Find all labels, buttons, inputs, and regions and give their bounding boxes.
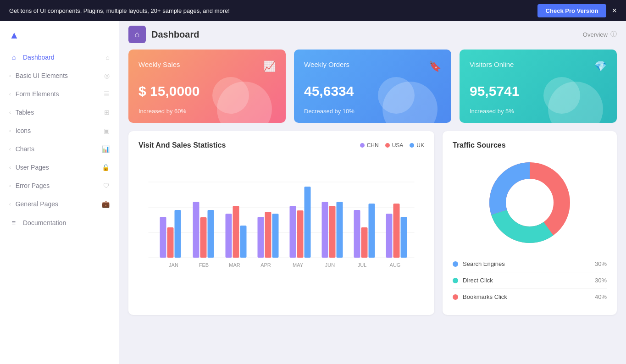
- sidebar-label-dashboard: Dashboard: [23, 54, 55, 61]
- svg-rect-17: [265, 212, 271, 258]
- sidebar-label-charts: Charts: [16, 145, 34, 153]
- docs-icon: ≡: [9, 219, 18, 226]
- legend-uk: UK: [410, 142, 424, 149]
- svg-rect-32: [386, 214, 393, 258]
- sidebar-label-user-pages: User Pages: [16, 164, 49, 171]
- sidebar-label-tables: Tables: [16, 109, 34, 116]
- svg-text:JUL: JUL: [358, 262, 367, 268]
- direct-click-label: Direct Click: [463, 277, 493, 284]
- svg-rect-16: [258, 217, 264, 258]
- bar-chart-header: Visit And Sales Statistics CHN USA UK: [138, 141, 424, 149]
- sidebar-item-basic-ui[interactable]: ‹ Basic UI Elements ◎: [0, 66, 119, 85]
- sidebar-label-icons: Icons: [16, 127, 31, 134]
- weekly-sales-label: Weekly Sales: [138, 61, 180, 68]
- legend-usa: USA: [385, 142, 404, 149]
- svg-text:FEB: FEB: [199, 262, 209, 268]
- svg-rect-18: [272, 214, 279, 258]
- general-pages-icon: 💼: [102, 200, 110, 208]
- top-banner: Get tons of UI components, Plugins, mult…: [0, 0, 626, 21]
- svg-rect-29: [361, 227, 368, 258]
- svg-text:AUG: AUG: [390, 262, 401, 268]
- info-icon: ⓘ: [610, 30, 617, 39]
- content-area: ⌂ Dashboard Overview ⓘ Weekly Sales 📈 $ …: [119, 21, 626, 364]
- svg-rect-33: [393, 204, 400, 258]
- svg-rect-10: [208, 210, 214, 258]
- stat-card-weekly-orders: Weekly Orders 🔖 45,6334 Decreased by 10%: [294, 50, 451, 123]
- svg-text:MAY: MAY: [293, 262, 304, 268]
- weekly-sales-change: Increased by 60%: [138, 108, 276, 115]
- dot-bookmarks-click: [453, 294, 458, 300]
- content-header-left: ⌂ Dashboard: [128, 26, 199, 43]
- svg-rect-9: [200, 217, 207, 258]
- svg-rect-25: [329, 206, 336, 258]
- bar-chart-card: Visit And Sales Statistics CHN USA UK: [128, 131, 434, 315]
- svg-rect-30: [369, 204, 375, 258]
- legend-label-uk: UK: [416, 142, 424, 149]
- header-right: Overview ⓘ: [583, 30, 617, 39]
- svg-rect-20: [290, 206, 296, 258]
- sidebar-item-charts[interactable]: ‹ Charts 📊: [0, 140, 119, 158]
- donut-chart-svg: [484, 157, 576, 248]
- chevron-icon: ‹: [9, 183, 11, 188]
- legend-dot-chn: [360, 143, 365, 148]
- main-layout: ▲ ⌂ Dashboard ⌂ ‹ Basic UI Elements ◎ ‹ …: [0, 21, 626, 364]
- bar-chart-legend: CHN USA UK: [360, 142, 424, 149]
- legend-label-chn: CHN: [367, 142, 379, 149]
- sidebar-item-error-pages[interactable]: ‹ Error Pages 🛡: [0, 176, 119, 195]
- dashboard-icon-box: ⌂: [128, 26, 146, 43]
- sidebar-item-form-elements[interactable]: ‹ Form Elements ☰: [0, 85, 119, 103]
- sidebar-label-documentation: Documentation: [23, 219, 66, 226]
- chevron-icon: ‹: [9, 91, 11, 97]
- traffic-item-search-engines: Search Engines 30%: [453, 256, 607, 272]
- svg-text:JUN: JUN: [325, 262, 335, 268]
- svg-rect-6: [175, 210, 181, 258]
- svg-text:APR: APR: [260, 262, 271, 268]
- overview-label: Overview: [583, 31, 608, 38]
- svg-rect-28: [354, 210, 360, 258]
- bookmarks-click-pct: 40%: [595, 293, 607, 300]
- bookmarks-click-label: Bookmarks Click: [463, 293, 507, 300]
- direct-click-pct: 30%: [595, 277, 607, 284]
- banner-close-button[interactable]: ×: [612, 6, 617, 16]
- legend-dot-uk: [410, 143, 414, 148]
- banner-text: Get tons of UI components, Plugins, mult…: [9, 7, 230, 14]
- sidebar-item-icons[interactable]: ‹ Icons ▣: [0, 121, 119, 140]
- page-title: Dashboard: [151, 29, 199, 40]
- chevron-icon: ‹: [9, 201, 11, 207]
- donut-container: [453, 157, 607, 248]
- stat-card-weekly-sales: Weekly Sales 📈 $ 15,0000 Increased by 60…: [128, 50, 286, 123]
- sidebar-item-documentation[interactable]: ≡ Documentation: [0, 213, 119, 232]
- error-pages-icon: 🛡: [103, 182, 110, 189]
- svg-point-39: [508, 181, 552, 225]
- traffic-items: Search Engines 30% Direct Click 30%: [453, 256, 607, 305]
- legend-dot-usa: [385, 143, 390, 148]
- svg-rect-13: [233, 206, 239, 258]
- sidebar-item-user-pages[interactable]: ‹ User Pages 🔒: [0, 158, 119, 176]
- check-pro-button[interactable]: Check Pro Version: [537, 4, 607, 17]
- svg-rect-5: [167, 227, 174, 258]
- visitors-diamond-icon: 💎: [594, 61, 607, 72]
- stat-card-visitors-online: Visitors Online 💎 95,5741 Increased by 5…: [460, 50, 617, 123]
- legend-label-usa: USA: [392, 142, 404, 149]
- dashboard-home-icon: ⌂: [106, 54, 110, 61]
- charts-section: Visit And Sales Statistics CHN USA UK: [128, 131, 617, 315]
- traffic-item-direct-click: Direct Click 30%: [453, 272, 607, 289]
- tables-icon: ⊞: [104, 109, 110, 116]
- svg-text:JAN: JAN: [169, 262, 178, 268]
- sidebar-logo: ▲: [0, 26, 119, 48]
- weekly-orders-change: Decreased by 10%: [304, 108, 441, 115]
- orders-bookmark-icon: 🔖: [429, 61, 441, 72]
- sidebar-item-dashboard[interactable]: ⌂ Dashboard ⌂: [0, 48, 119, 66]
- chevron-icon: ‹: [9, 110, 11, 115]
- visitors-online-label: Visitors Online: [470, 61, 514, 68]
- charts-icon: 📊: [102, 145, 110, 153]
- user-pages-icon: 🔒: [102, 164, 110, 171]
- sidebar-item-tables[interactable]: ‹ Tables ⊞: [0, 103, 119, 121]
- icons-icon: ▣: [104, 127, 110, 134]
- home-icon: ⌂: [9, 53, 18, 61]
- traffic-item-bookmarks-click: Bookmarks Click 40%: [453, 289, 607, 305]
- sidebar-item-general-pages[interactable]: ‹ General Pages 💼: [0, 195, 119, 213]
- search-engines-label: Search Engines: [463, 260, 505, 267]
- donut-chart-title: Traffic Sources: [453, 141, 506, 149]
- legend-chn: CHN: [360, 142, 379, 149]
